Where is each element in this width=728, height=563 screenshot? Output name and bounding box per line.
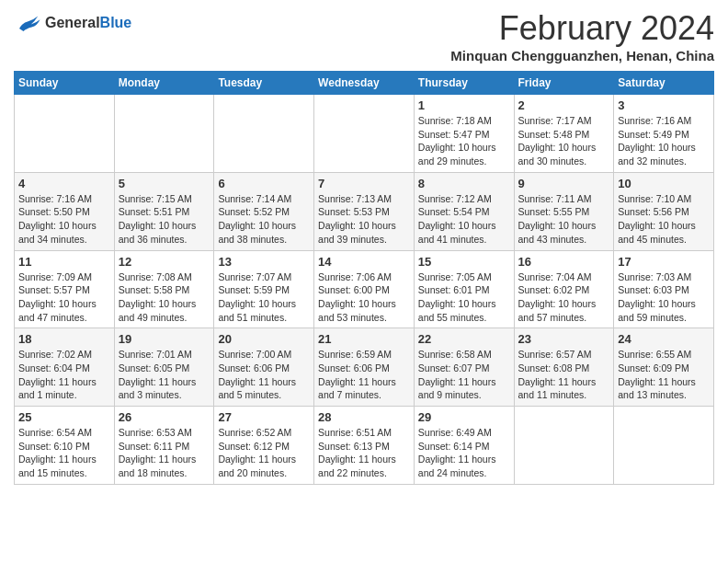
day-number: 25 bbox=[18, 410, 110, 424]
calendar-cell: 26Sunrise: 6:53 AMSunset: 6:11 PMDayligh… bbox=[114, 407, 214, 485]
month-title: February 2024 bbox=[450, 9, 714, 48]
day-number: 22 bbox=[418, 332, 510, 346]
calendar-cell bbox=[614, 407, 714, 485]
calendar-cell: 9Sunrise: 7:11 AMSunset: 5:55 PMDaylight… bbox=[514, 172, 614, 250]
logo-text: GeneralBlue bbox=[45, 15, 131, 31]
day-info: Sunrise: 7:10 AMSunset: 5:56 PMDaylight:… bbox=[618, 192, 710, 247]
calendar-cell: 29Sunrise: 6:49 AMSunset: 6:14 PMDayligh… bbox=[414, 407, 514, 485]
day-info: Sunrise: 7:09 AMSunset: 5:57 PMDaylight:… bbox=[18, 270, 110, 325]
calendar-cell: 14Sunrise: 7:06 AMSunset: 6:00 PMDayligh… bbox=[314, 250, 415, 328]
calendar-cell: 8Sunrise: 7:12 AMSunset: 5:54 PMDaylight… bbox=[414, 172, 514, 250]
day-number: 21 bbox=[318, 332, 410, 346]
col-tuesday: Tuesday bbox=[214, 72, 314, 95]
calendar-cell: 18Sunrise: 7:02 AMSunset: 6:04 PMDayligh… bbox=[15, 328, 115, 407]
day-info: Sunrise: 7:12 AMSunset: 5:54 PMDaylight:… bbox=[418, 192, 510, 247]
day-info: Sunrise: 6:52 AMSunset: 6:12 PMDaylight:… bbox=[218, 426, 310, 480]
calendar-cell: 15Sunrise: 7:05 AMSunset: 6:01 PMDayligh… bbox=[414, 250, 514, 328]
calendar-cell: 17Sunrise: 7:03 AMSunset: 6:03 PMDayligh… bbox=[614, 250, 714, 328]
day-info: Sunrise: 7:16 AMSunset: 5:49 PMDaylight:… bbox=[618, 114, 710, 168]
calendar-cell: 24Sunrise: 6:55 AMSunset: 6:09 PMDayligh… bbox=[614, 328, 714, 407]
calendar-cell: 19Sunrise: 7:01 AMSunset: 6:05 PMDayligh… bbox=[114, 328, 214, 407]
calendar-cell: 11Sunrise: 7:09 AMSunset: 5:57 PMDayligh… bbox=[15, 250, 115, 328]
day-number: 12 bbox=[119, 255, 210, 269]
day-info: Sunrise: 7:18 AMSunset: 5:47 PMDaylight:… bbox=[418, 114, 510, 168]
day-number: 3 bbox=[618, 98, 710, 112]
day-info: Sunrise: 7:13 AMSunset: 5:53 PMDaylight:… bbox=[318, 192, 410, 247]
day-info: Sunrise: 7:02 AMSunset: 6:04 PMDaylight:… bbox=[18, 348, 110, 402]
day-number: 16 bbox=[518, 255, 610, 269]
day-info: Sunrise: 6:59 AMSunset: 6:06 PMDaylight:… bbox=[318, 348, 410, 402]
day-number: 26 bbox=[119, 410, 210, 424]
calendar-cell: 3Sunrise: 7:16 AMSunset: 5:49 PMDaylight… bbox=[614, 95, 714, 173]
col-thursday: Thursday bbox=[414, 72, 514, 95]
day-info: Sunrise: 7:05 AMSunset: 6:01 PMDaylight:… bbox=[418, 270, 510, 325]
day-info: Sunrise: 7:16 AMSunset: 5:50 PMDaylight:… bbox=[18, 192, 110, 247]
calendar-cell: 20Sunrise: 7:00 AMSunset: 6:06 PMDayligh… bbox=[214, 328, 314, 407]
calendar-cell: 10Sunrise: 7:10 AMSunset: 5:56 PMDayligh… bbox=[614, 172, 714, 250]
week-row-2: 4Sunrise: 7:16 AMSunset: 5:50 PMDaylight… bbox=[15, 172, 714, 250]
calendar-cell: 16Sunrise: 7:04 AMSunset: 6:02 PMDayligh… bbox=[514, 250, 614, 328]
day-number: 15 bbox=[418, 255, 510, 269]
day-number: 2 bbox=[518, 98, 610, 112]
day-number: 29 bbox=[418, 410, 510, 424]
day-info: Sunrise: 6:49 AMSunset: 6:14 PMDaylight:… bbox=[418, 426, 510, 480]
day-number: 11 bbox=[18, 255, 110, 269]
calendar-cell: 1Sunrise: 7:18 AMSunset: 5:47 PMDaylight… bbox=[414, 95, 514, 173]
day-number: 7 bbox=[318, 177, 410, 190]
day-info: Sunrise: 7:15 AMSunset: 5:51 PMDaylight:… bbox=[119, 192, 210, 247]
day-info: Sunrise: 6:58 AMSunset: 6:07 PMDaylight:… bbox=[418, 348, 510, 402]
calendar-cell: 23Sunrise: 6:57 AMSunset: 6:08 PMDayligh… bbox=[514, 328, 614, 407]
day-info: Sunrise: 7:17 AMSunset: 5:48 PMDaylight:… bbox=[518, 114, 610, 168]
day-number: 14 bbox=[318, 255, 410, 269]
calendar-cell bbox=[514, 407, 614, 485]
calendar-cell: 12Sunrise: 7:08 AMSunset: 5:58 PMDayligh… bbox=[114, 250, 214, 328]
col-sunday: Sunday bbox=[15, 72, 115, 95]
week-row-1: 1Sunrise: 7:18 AMSunset: 5:47 PMDaylight… bbox=[15, 95, 714, 173]
day-number: 4 bbox=[18, 177, 110, 190]
calendar-cell: 13Sunrise: 7:07 AMSunset: 5:59 PMDayligh… bbox=[214, 250, 314, 328]
day-number: 5 bbox=[119, 177, 210, 190]
col-friday: Friday bbox=[514, 72, 614, 95]
day-number: 19 bbox=[119, 332, 210, 346]
title-block: February 2024 Minquan Chengguanzhen, Hen… bbox=[450, 9, 714, 63]
day-number: 27 bbox=[218, 410, 310, 424]
calendar-cell: 6Sunrise: 7:14 AMSunset: 5:52 PMDaylight… bbox=[214, 172, 314, 250]
col-saturday: Saturday bbox=[614, 72, 714, 95]
location: Minquan Chengguanzhen, Henan, China bbox=[450, 48, 714, 63]
col-wednesday: Wednesday bbox=[314, 72, 415, 95]
day-info: Sunrise: 7:07 AMSunset: 5:59 PMDaylight:… bbox=[218, 270, 310, 325]
day-info: Sunrise: 7:06 AMSunset: 6:00 PMDaylight:… bbox=[318, 270, 410, 325]
calendar-cell bbox=[314, 95, 415, 173]
calendar-cell: 7Sunrise: 7:13 AMSunset: 5:53 PMDaylight… bbox=[314, 172, 415, 250]
calendar-cell: 2Sunrise: 7:17 AMSunset: 5:48 PMDaylight… bbox=[514, 95, 614, 173]
calendar-cell bbox=[214, 95, 314, 173]
day-number: 8 bbox=[418, 177, 510, 190]
day-info: Sunrise: 6:51 AMSunset: 6:13 PMDaylight:… bbox=[318, 426, 410, 480]
calendar-header-row: Sunday Monday Tuesday Wednesday Thursday… bbox=[15, 72, 714, 95]
day-info: Sunrise: 7:11 AMSunset: 5:55 PMDaylight:… bbox=[518, 192, 610, 247]
calendar-cell: 5Sunrise: 7:15 AMSunset: 5:51 PMDaylight… bbox=[114, 172, 214, 250]
day-number: 18 bbox=[18, 332, 110, 346]
day-number: 24 bbox=[618, 332, 710, 346]
day-info: Sunrise: 7:03 AMSunset: 6:03 PMDaylight:… bbox=[618, 270, 710, 325]
calendar-cell: 21Sunrise: 6:59 AMSunset: 6:06 PMDayligh… bbox=[314, 328, 415, 407]
calendar-cell: 25Sunrise: 6:54 AMSunset: 6:10 PMDayligh… bbox=[15, 407, 115, 485]
day-number: 20 bbox=[218, 332, 310, 346]
page-header: GeneralBlue February 2024 Minquan Chengg… bbox=[14, 9, 714, 63]
calendar-cell: 4Sunrise: 7:16 AMSunset: 5:50 PMDaylight… bbox=[15, 172, 115, 250]
day-number: 17 bbox=[618, 255, 710, 269]
day-number: 1 bbox=[418, 98, 510, 112]
week-row-3: 11Sunrise: 7:09 AMSunset: 5:57 PMDayligh… bbox=[15, 250, 714, 328]
day-info: Sunrise: 6:55 AMSunset: 6:09 PMDaylight:… bbox=[618, 348, 710, 402]
day-info: Sunrise: 7:00 AMSunset: 6:06 PMDaylight:… bbox=[218, 348, 310, 402]
calendar-cell: 27Sunrise: 6:52 AMSunset: 6:12 PMDayligh… bbox=[214, 407, 314, 485]
day-number: 9 bbox=[518, 177, 610, 190]
calendar-cell: 28Sunrise: 6:51 AMSunset: 6:13 PMDayligh… bbox=[314, 407, 415, 485]
logo-bird-icon bbox=[14, 9, 41, 37]
calendar-cell: 22Sunrise: 6:58 AMSunset: 6:07 PMDayligh… bbox=[414, 328, 514, 407]
day-info: Sunrise: 7:14 AMSunset: 5:52 PMDaylight:… bbox=[218, 192, 310, 247]
day-info: Sunrise: 6:53 AMSunset: 6:11 PMDaylight:… bbox=[119, 426, 210, 480]
day-number: 6 bbox=[218, 177, 310, 190]
day-info: Sunrise: 6:54 AMSunset: 6:10 PMDaylight:… bbox=[18, 426, 110, 480]
calendar-cell bbox=[15, 95, 115, 173]
